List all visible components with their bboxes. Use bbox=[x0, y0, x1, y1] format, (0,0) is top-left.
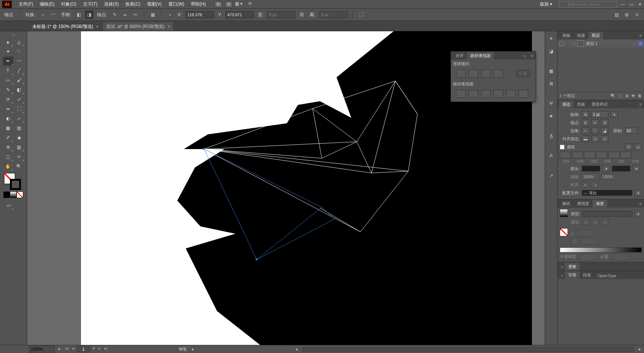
curvature-tool[interactable]: 〰 bbox=[14, 57, 24, 66]
eraser-tool[interactable]: ◧ bbox=[14, 85, 24, 94]
perspective-tool[interactable]: ▱ bbox=[14, 114, 24, 123]
direct-selection-tool[interactable]: △ bbox=[14, 38, 24, 46]
pathfinder-tab[interactable]: 路径查找器 bbox=[467, 52, 494, 60]
x-field[interactable] bbox=[185, 11, 214, 18]
unite-icon[interactable] bbox=[456, 70, 466, 78]
corner-bevel-icon[interactable]: ◢ bbox=[601, 127, 608, 134]
trim-icon[interactable] bbox=[469, 90, 478, 98]
menu-help[interactable]: 帮助(H) bbox=[188, 0, 209, 8]
panel-menu-icon[interactable]: ≡ bbox=[637, 32, 644, 39]
handle-show-icon[interactable]: ◧ bbox=[75, 11, 83, 19]
column-graph-tool[interactable]: ▥ bbox=[14, 143, 24, 152]
locate-layer-icon[interactable]: 🔍 bbox=[611, 93, 616, 98]
exclude-icon[interactable] bbox=[494, 70, 503, 78]
gradient-preview-swatch[interactable] bbox=[560, 209, 568, 217]
minus-front-icon[interactable] bbox=[469, 70, 478, 78]
stepper-icon[interactable]: ⇅ bbox=[582, 111, 589, 118]
corner-miter-icon[interactable]: ⌐ bbox=[582, 127, 589, 134]
fill-stroke-swatches[interactable] bbox=[4, 173, 22, 189]
brushes-panel-icon[interactable]: ▦ bbox=[547, 67, 556, 75]
menu-object[interactable]: 对象(O) bbox=[58, 0, 79, 8]
create-sublayer-icon[interactable]: ⊞ bbox=[625, 93, 629, 98]
mesh-tool[interactable]: ▦ bbox=[3, 124, 13, 133]
zoom-tool[interactable]: 🔍 bbox=[14, 162, 24, 171]
delete-layer-icon[interactable]: 🗑 bbox=[638, 93, 642, 98]
layers-tab[interactable]: 图层 bbox=[588, 32, 603, 39]
dash-preserve-icon[interactable]: ⊓ bbox=[625, 144, 632, 150]
dashed-checkbox[interactable] bbox=[560, 145, 565, 149]
links-tab[interactable]: 链接 bbox=[574, 32, 588, 39]
stroke-swatch[interactable] bbox=[10, 179, 21, 190]
divide-icon[interactable] bbox=[456, 90, 466, 98]
cap-butt-icon[interactable]: ⊏ bbox=[582, 119, 589, 126]
remove-anchor-icon[interactable]: ✎ bbox=[111, 11, 119, 19]
artboard-tool[interactable]: ▢ bbox=[3, 152, 13, 161]
artboard-number-field[interactable] bbox=[77, 346, 90, 352]
color-mode-icon[interactable] bbox=[3, 191, 10, 198]
transform-tab[interactable]: 变换 bbox=[565, 263, 580, 271]
restore-button[interactable]: ▭ bbox=[626, 1, 635, 8]
stroke-panel-icon[interactable]: Ψ bbox=[547, 99, 556, 108]
align-inside-icon[interactable]: ▭ bbox=[591, 135, 599, 142]
gpu-icon[interactable]: ⟳ bbox=[248, 1, 256, 8]
expand-button[interactable]: 扩展 bbox=[516, 70, 530, 78]
stock-icon[interactable]: St bbox=[225, 1, 233, 8]
anchor-point[interactable] bbox=[203, 148, 205, 150]
opentype-tab[interactable]: OpenType bbox=[594, 272, 620, 279]
prev-artboard-icon[interactable]: ◂ bbox=[71, 346, 75, 352]
last-artboard-icon[interactable]: ▸| bbox=[103, 346, 109, 352]
tab-close-icon[interactable]: × bbox=[168, 24, 170, 29]
cut-path-icon[interactable]: ✂ bbox=[131, 11, 139, 19]
gradient-type-select[interactable] bbox=[582, 211, 632, 217]
slice-tool[interactable]: ✂ bbox=[14, 152, 24, 161]
menu-edit[interactable]: 编辑(E) bbox=[36, 0, 58, 8]
arrow-end-select[interactable] bbox=[612, 166, 630, 172]
color-tab[interactable]: 颜色 bbox=[559, 200, 574, 208]
merge-icon[interactable] bbox=[481, 90, 491, 98]
para-tab[interactable]: 段落 bbox=[580, 271, 594, 279]
layer-name[interactable]: 图层 1 bbox=[586, 41, 598, 46]
panel-menu-icon[interactable]: ≡ bbox=[637, 200, 644, 208]
convert-smooth-icon[interactable]: 〰 bbox=[49, 11, 57, 19]
dropdown-icon[interactable]: ▾ bbox=[611, 111, 618, 118]
arrange-docs-icon[interactable]: ▦ ▾ bbox=[235, 1, 245, 8]
new-layer-icon[interactable]: ✚ bbox=[631, 93, 635, 98]
options-menu3-icon[interactable]: ≡ bbox=[633, 11, 641, 19]
align-tab[interactable]: 对齐 bbox=[452, 52, 467, 60]
rotate-tool[interactable]: ⟳ bbox=[3, 95, 13, 104]
bridge-icon[interactable]: Br bbox=[214, 1, 223, 8]
align-panel-icon[interactable]: ♣ bbox=[547, 112, 556, 120]
convert-corner-icon[interactable]: ⌐ bbox=[39, 11, 47, 19]
crop-icon[interactable] bbox=[494, 90, 503, 98]
expand-icon[interactable]: › bbox=[559, 272, 565, 279]
panel-menu-icon[interactable]: ≡ bbox=[529, 52, 536, 60]
symbol-sprayer-tool[interactable]: ✲ bbox=[3, 143, 13, 152]
symbols-panel-icon[interactable]: ⊞ bbox=[547, 79, 556, 88]
shaper-tool[interactable]: ✎ bbox=[3, 85, 13, 94]
scroll-right-icon[interactable]: ▸ bbox=[639, 347, 641, 352]
minus-back-icon[interactable] bbox=[519, 90, 528, 98]
corner-round-icon[interactable]: ◜ bbox=[591, 127, 599, 134]
hand-tool[interactable]: ✋ bbox=[3, 162, 13, 171]
swatches-panel-icon[interactable]: ◪ bbox=[547, 47, 556, 56]
dash-align-icon[interactable]: ⊔ bbox=[634, 144, 642, 150]
panel-collapse-icon[interactable]: ›› bbox=[521, 52, 529, 60]
gradient-tab[interactable]: 渐变 bbox=[593, 200, 607, 208]
menu-view[interactable]: 视图(V) bbox=[144, 0, 165, 8]
panel-menu-icon[interactable]: ≡ bbox=[637, 101, 644, 108]
artboards-tab[interactable]: 画板 bbox=[559, 32, 574, 39]
outline-icon[interactable] bbox=[506, 90, 516, 98]
menu-select[interactable]: 选择(S) bbox=[101, 0, 122, 8]
first-artboard-icon[interactable]: |◂ bbox=[64, 346, 70, 352]
gradient-mode-icon[interactable] bbox=[10, 191, 17, 198]
isolate-icon[interactable]: ▦ bbox=[149, 11, 157, 19]
char-tab[interactable]: 字符 bbox=[565, 271, 580, 279]
menu-type[interactable]: 文字(T) bbox=[80, 0, 101, 8]
dropdown-icon[interactable]: ▾ bbox=[634, 211, 642, 217]
expand-arrow-icon[interactable]: › bbox=[574, 41, 575, 46]
target-icon[interactable]: ○ bbox=[633, 41, 635, 46]
dropdown-icon[interactable]: ▾ bbox=[602, 165, 610, 172]
none-mode-icon[interactable] bbox=[17, 191, 23, 198]
miter-limit-field[interactable] bbox=[625, 127, 637, 134]
rectangle-tool[interactable]: ▭ bbox=[3, 76, 13, 85]
